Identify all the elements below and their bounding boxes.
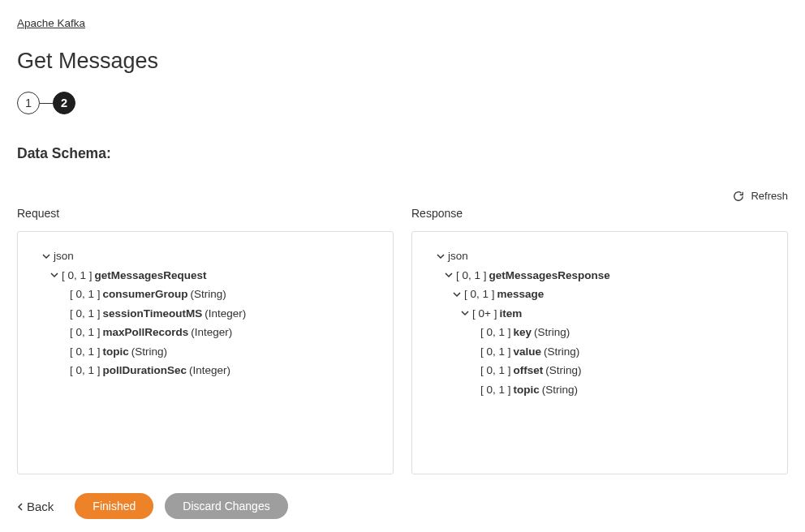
tree-node-polldurationsec[interactable]: [ 0, 1 ] pollDurationSec (Integer) [31,361,380,380]
cardinality: [ 0, 1 ] [70,289,101,300]
node-name: message [497,289,545,300]
finished-button[interactable]: Finished [75,493,153,519]
wizard-stepper: 1 2 [17,92,788,114]
node-name: value [514,346,542,358]
node-type: (Integer) [204,308,246,320]
response-panel: json [ 0, 1 ] getMessagesResponse [ 0, 1… [411,231,788,474]
request-column: Request json [ 0, 1 ] getMessagesRequest… [17,207,394,474]
back-button[interactable]: Back [17,500,54,513]
node-type: (Integer) [189,365,230,376]
node-name: offset [514,365,544,376]
response-label: Response [411,207,788,220]
breadcrumb-link[interactable]: Apache Kafka [17,17,85,29]
refresh-label: Refresh [751,190,788,202]
cardinality: [ 0, 1 ] [62,270,93,281]
tree-root-label: json [448,251,468,262]
tree-node-getmessagesresponse[interactable]: [ 0, 1 ] getMessagesResponse [425,266,774,285]
footer-actions: Back Finished Discard Changes [17,493,288,519]
cardinality: [ 0, 1 ] [70,327,101,338]
tree-node-getmessagesrequest[interactable]: [ 0, 1 ] getMessagesRequest [31,266,380,285]
chevron-left-icon [17,500,24,513]
discard-button[interactable]: Discard Changes [165,493,287,519]
back-label: Back [27,500,54,513]
step-1[interactable]: 1 [17,92,40,114]
node-name: getMessagesRequest [95,270,207,281]
node-name: item [499,308,522,320]
node-name: pollDurationSec [103,365,187,376]
tree-node-sessiontimeoutms[interactable]: [ 0, 1 ] sessionTimeoutMS (Integer) [31,304,380,324]
chevron-down-icon[interactable] [441,271,456,279]
node-name: topic [103,346,129,358]
tree-node-consumergroup[interactable]: [ 0, 1 ] consumerGroup (String) [31,285,380,304]
section-title: Data Schema: [17,145,788,162]
node-type: (String) [544,346,579,358]
chevron-down-icon[interactable] [458,309,472,317]
node-name: sessionTimeoutMS [103,308,203,320]
step-connector [40,103,53,104]
tree-node-value[interactable]: [ 0, 1 ] value (String) [425,342,774,362]
node-type: (String) [545,365,581,376]
page-title: Get Messages [17,49,788,74]
tree-node-item[interactable]: [ 0+ ] item [425,304,774,324]
chevron-down-icon[interactable] [450,290,464,298]
tree-node-offset[interactable]: [ 0, 1 ] offset (String) [425,361,774,380]
cardinality: [ 0, 1 ] [480,327,511,338]
cardinality: [ 0, 1 ] [464,289,495,300]
node-type: (String) [542,384,578,396]
cardinality: [ 0, 1 ] [70,308,101,320]
refresh-icon [733,191,744,202]
node-type: (Integer) [191,327,232,338]
node-type: (String) [191,289,226,300]
node-name: consumerGroup [103,289,188,300]
cardinality: [ 0, 1 ] [480,346,511,358]
cardinality: [ 0, 1 ] [456,270,487,281]
step-2[interactable]: 2 [53,92,75,114]
node-name: maxPollRecords [103,327,189,338]
node-type: (String) [534,327,570,338]
tree-node-key[interactable]: [ 0, 1 ] key (String) [425,323,774,342]
cardinality: [ 0, 1 ] [70,346,101,358]
tree-node-topic[interactable]: [ 0, 1 ] topic (String) [31,342,380,362]
node-name: getMessagesResponse [489,270,610,281]
node-name: topic [514,384,540,396]
cardinality: [ 0, 1 ] [480,384,511,396]
chevron-down-icon[interactable] [39,252,54,260]
cardinality: [ 0, 1 ] [70,365,101,376]
cardinality: [ 0+ ] [472,308,497,320]
tree-root-label: json [54,251,74,262]
node-name: key [514,327,532,338]
response-column: Response json [ 0, 1 ] getMessagesRespon… [411,207,788,474]
request-panel: json [ 0, 1 ] getMessagesRequest [ 0, 1 … [17,231,394,474]
tree-node-topic[interactable]: [ 0, 1 ] topic (String) [425,380,774,400]
tree-node-json[interactable]: json [425,247,774,266]
tree-node-maxpollrecords[interactable]: [ 0, 1 ] maxPollRecords (Integer) [31,323,380,342]
request-label: Request [17,207,394,220]
schema-panels: Request json [ 0, 1 ] getMessagesRequest… [17,207,788,474]
chevron-down-icon[interactable] [433,252,448,260]
node-type: (String) [131,346,167,358]
refresh-button[interactable]: Refresh [17,190,788,202]
tree-node-json[interactable]: json [31,247,380,266]
cardinality: [ 0, 1 ] [480,365,511,376]
chevron-down-icon[interactable] [47,271,62,279]
tree-node-message[interactable]: [ 0, 1 ] message [425,285,774,304]
